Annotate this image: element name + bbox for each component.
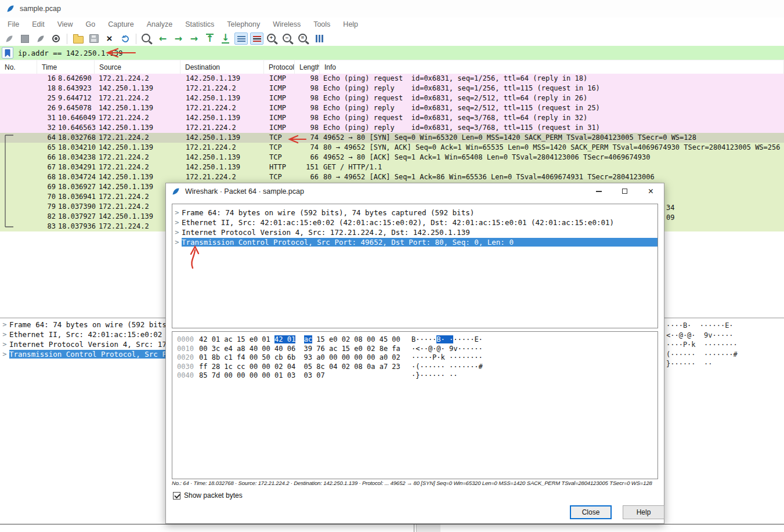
zoom-out-icon[interactable]: − xyxy=(281,32,295,45)
open-file-icon[interactable] xyxy=(71,32,85,45)
go-back-icon[interactable]: ← xyxy=(156,32,169,45)
bookmark-icon[interactable] xyxy=(2,47,13,59)
dialog-title-bar[interactable]: Wireshark · Packet 64 · sample.pcap × xyxy=(166,183,664,199)
go-first-packet-icon[interactable]: ↑ xyxy=(203,32,216,45)
restart-capture-icon[interactable] xyxy=(34,32,47,45)
column-header-destination[interactable]: Destination xyxy=(180,60,264,74)
expander-icon[interactable]: > xyxy=(172,229,182,236)
packet-row-64[interactable]: 6418.032768172.21.224.2142.250.1.139TCP7… xyxy=(0,133,784,143)
hex-row[interactable]: 001000 3c e4 a8 40 00 40 06 39 76 ac 15 … xyxy=(177,345,657,354)
column-header-source[interactable]: Source xyxy=(95,60,180,74)
column-header-length[interactable]: Length xyxy=(295,60,320,74)
auto-scroll-icon[interactable] xyxy=(234,32,248,45)
resize-columns-icon[interactable] xyxy=(313,32,326,45)
hex-ascii: ·(······ ·······# xyxy=(411,363,483,372)
tree-row[interactable]: >Transmission Control Protocol, Src Port… xyxy=(172,237,657,247)
hex-offset: 0000 xyxy=(177,335,199,345)
stop-capture-icon[interactable] xyxy=(18,32,31,45)
column-header-protocol[interactable]: Protocol xyxy=(264,60,295,74)
filter-bar[interactable]: ip.addr == 142.250.1.139 xyxy=(0,46,784,60)
zoom-in-icon[interactable]: + xyxy=(266,32,279,45)
capture-options-icon[interactable] xyxy=(49,32,63,45)
filter-input[interactable]: ip.addr == 142.250.1.139 xyxy=(18,49,123,57)
cell-time: 9.644712 xyxy=(58,93,99,103)
menu-item-view[interactable]: View xyxy=(51,20,80,28)
close-file-icon[interactable]: × xyxy=(103,32,116,45)
find-packet-icon[interactable] xyxy=(140,32,154,45)
tree-row[interactable]: >Internet Protocol Version 4, Src: 172.2… xyxy=(172,227,657,237)
expander-icon[interactable]: > xyxy=(0,341,9,348)
packet-row-66[interactable]: 6618.034238172.21.224.2142.250.1.139TCP6… xyxy=(0,153,784,162)
expander-icon[interactable]: > xyxy=(172,219,182,226)
cell-no: 68 xyxy=(0,172,58,182)
expander-icon[interactable]: > xyxy=(0,331,9,338)
packet-row-32[interactable]: 3210.646563142.250.1.139172.21.224.2ICMP… xyxy=(0,123,784,133)
packet-row-68[interactable]: 6818.034724142.250.1.139172.21.224.2TCP6… xyxy=(0,172,784,182)
cell-dst: 142.250.1.139 xyxy=(186,74,269,84)
expander-icon[interactable]: > xyxy=(172,239,182,245)
menu-item-go[interactable]: Go xyxy=(80,20,102,28)
expander-icon[interactable]: > xyxy=(0,351,9,357)
tree-row[interactable]: >Frame 64: 74 bytes on wire (592 bits), … xyxy=(172,208,657,218)
menu-item-help[interactable]: Help xyxy=(337,20,364,28)
title-bar: sample.pcap xyxy=(0,0,784,17)
cell-info: Echo (ping) reply id=0x6831, seq=3/768, … xyxy=(320,123,784,133)
column-header-info[interactable]: Info xyxy=(320,60,784,74)
menu-item-tools[interactable]: Tools xyxy=(307,20,337,28)
cell-proto: TCP xyxy=(269,133,301,143)
menu-item-file[interactable]: File xyxy=(1,20,26,28)
dialog-close-button[interactable]: × xyxy=(638,183,664,199)
cell-info: Echo (ping) reply id=0x6831, seq=2/512, … xyxy=(320,103,784,113)
colorize-icon[interactable] xyxy=(250,32,263,45)
save-file-icon[interactable] xyxy=(87,32,100,45)
start-capture-icon[interactable] xyxy=(2,32,16,45)
cell-len: 98 xyxy=(301,103,320,113)
menu-item-edit[interactable]: Edit xyxy=(26,20,51,28)
cell-len: 98 xyxy=(301,123,320,133)
hex-offset: 0040 xyxy=(177,371,199,381)
hex-row[interactable]: 000042 01 ac 15 e0 01 42 01 ac 15 e0 02 … xyxy=(177,335,657,345)
cell-proto: TCP xyxy=(269,172,301,182)
hex-bytes: 00 3c e4 a8 40 00 40 06 39 76 ac 15 e0 0… xyxy=(199,345,407,354)
expander-icon[interactable]: > xyxy=(172,209,182,216)
go-forward-icon[interactable]: → xyxy=(172,32,185,45)
cell-dst: 142.250.1.139 xyxy=(186,93,269,103)
show-packet-bytes-checkbox[interactable]: Show packet bytes xyxy=(173,491,243,500)
zoom-reset-icon[interactable]: = xyxy=(297,32,310,45)
packet-row-26[interactable]: 269.645078142.250.1.139172.21.224.2ICMP9… xyxy=(0,103,784,113)
packet-row-31[interactable]: 3110.646049172.21.224.2142.250.1.139ICMP… xyxy=(0,113,784,123)
hex-row[interactable]: 004085 7d 00 00 00 00 01 03 03 07·}·····… xyxy=(177,371,657,381)
hex-row[interactable]: 002001 8b c1 f4 00 50 cb 6b 93 a0 00 00 … xyxy=(177,353,657,363)
hex-dump-pane[interactable]: 000042 01 ac 15 e0 01 42 01 ac 15 e0 02 … xyxy=(172,331,658,479)
packet-row-25[interactable]: 259.644712172.21.224.2142.250.1.139ICMP9… xyxy=(0,93,784,103)
expander-icon[interactable]: > xyxy=(0,321,9,328)
menu-item-statistics[interactable]: Statistics xyxy=(179,20,221,28)
hex-offset: 0020 xyxy=(177,353,199,363)
go-last-packet-icon[interactable]: ↓ xyxy=(219,32,232,45)
packet-row-16[interactable]: 168.642690172.21.224.2142.250.1.139ICMP9… xyxy=(0,74,784,84)
reload-icon[interactable] xyxy=(118,32,132,45)
menu-item-capture[interactable]: Capture xyxy=(102,20,140,28)
close-button[interactable]: Close xyxy=(570,505,612,519)
packet-detail-tree[interactable]: >Frame 64: 74 bytes on wire (592 bits), … xyxy=(172,204,658,328)
packet-row-18[interactable]: 188.643923142.250.1.139172.21.224.2ICMP9… xyxy=(0,84,784,93)
help-button[interactable]: Help xyxy=(623,505,664,519)
menu-item-wireless[interactable]: Wireless xyxy=(266,20,307,28)
packet-row-67[interactable]: 6718.034291172.21.224.2142.250.1.139HTTP… xyxy=(0,162,784,172)
cell-proto: TCP xyxy=(269,153,301,162)
packet-list-header[interactable]: No.TimeSourceDestinationProtocolLengthIn… xyxy=(0,60,784,75)
packet-64-dialog: Wireshark · Packet 64 · sample.pcap × >F… xyxy=(165,183,664,524)
hex-row[interactable]: 0030ff 28 1c cc 00 00 02 04 05 8c 04 02 … xyxy=(177,363,657,372)
dialog-maximize-button[interactable] xyxy=(612,183,638,199)
packet-info-tail: 09 xyxy=(666,213,674,222)
menu-item-telephony[interactable]: Telephony xyxy=(221,20,266,28)
cell-dst: 172.21.224.2 xyxy=(186,172,269,182)
go-to-packet-icon[interactable]: → xyxy=(187,32,201,45)
column-header-no[interactable]: No. xyxy=(0,60,37,74)
column-header-time[interactable]: Time xyxy=(37,60,95,74)
dialog-minimize-button[interactable] xyxy=(586,183,612,199)
tree-row[interactable]: >Ethernet II, Src: 42:01:ac:15:e0:02 (42… xyxy=(172,218,657,227)
packet-row-65[interactable]: 6518.034210142.250.1.139172.21.224.2TCP7… xyxy=(0,143,784,153)
cell-proto: ICMP xyxy=(269,123,301,133)
menu-item-analyze[interactable]: Analyze xyxy=(140,20,179,28)
